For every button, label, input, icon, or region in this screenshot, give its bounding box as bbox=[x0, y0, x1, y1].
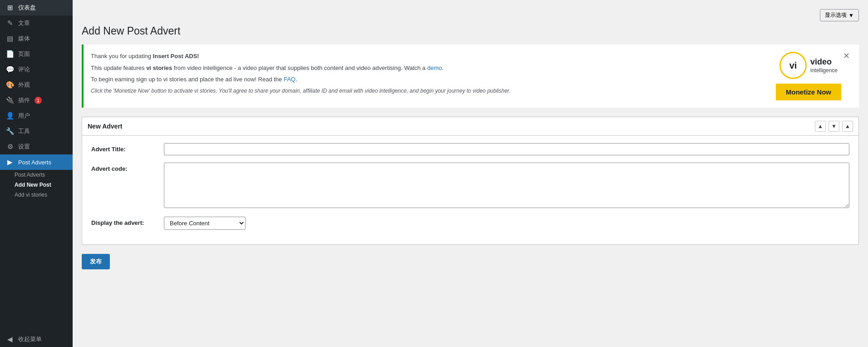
vi-logo-circle: vi bbox=[779, 52, 807, 79]
users-icon: 👤 bbox=[5, 112, 15, 120]
tools-icon: 🔧 bbox=[5, 127, 15, 135]
vi-logo: vi video intelligence bbox=[779, 52, 838, 79]
display-advert-select[interactable]: Before Content After Content Middle of C… bbox=[164, 217, 246, 230]
faq-link[interactable]: FAQ bbox=[284, 76, 296, 83]
page-title: Add New Post Advert bbox=[82, 25, 859, 37]
form-panel-body: Advert Title: Advert code: Display the a… bbox=[82, 136, 858, 244]
notice-close-button[interactable]: ✕ bbox=[841, 52, 852, 60]
display-advert-row: Display the advert: Before Content After… bbox=[91, 217, 849, 230]
notice-heading: Thank you for updating Insert Post ADS! bbox=[91, 52, 767, 61]
top-bar: 显示选项 ▼ bbox=[82, 9, 859, 21]
media-icon: ▤ bbox=[5, 35, 15, 43]
sidebar-item-media[interactable]: ▤ 媒体 bbox=[0, 31, 73, 46]
sidebar-item-tools[interactable]: 🔧 工具 bbox=[0, 124, 73, 139]
advert-code-field bbox=[164, 163, 849, 209]
sidebar-item-label: Post Adverts bbox=[18, 159, 51, 166]
collapse-label: 收起菜单 bbox=[18, 335, 42, 343]
sidebar-sub-add-vi-stories[interactable]: Add vi stories bbox=[0, 190, 73, 200]
vi-brand-text: video intelligence bbox=[810, 57, 838, 74]
sidebar: ⊞ 仪表盘 ✎ 文章 ▤ 媒体 📄 页面 💬 评论 🎨 外观 🔌 插件 1 👤 … bbox=[0, 0, 73, 347]
notice-italic-note: Click the 'Monetize Now' button to activ… bbox=[91, 87, 767, 95]
sidebar-item-posts[interactable]: ✎ 文章 bbox=[0, 15, 73, 31]
vi-brand-line2: intelligence bbox=[810, 67, 838, 74]
dashboard-icon: ⊞ bbox=[5, 4, 15, 12]
plugins-icon: 🔌 bbox=[5, 96, 15, 104]
advert-code-textarea[interactable] bbox=[164, 163, 849, 208]
form-panel-title: New Advert bbox=[88, 123, 123, 130]
advert-title-input[interactable] bbox=[164, 143, 849, 155]
sidebar-item-label: 工具 bbox=[18, 127, 30, 135]
sidebar-item-label: 用户 bbox=[18, 112, 30, 120]
post-adverts-icon: ▶ bbox=[5, 158, 15, 166]
notice-content: Thank you for updating Insert Post ADS! … bbox=[91, 52, 767, 98]
main-content: 显示选项 ▼ Add New Post Advert Thank you for… bbox=[73, 0, 868, 347]
settings-icon: ⚙ bbox=[5, 143, 15, 151]
advert-code-row: Advert code: bbox=[91, 163, 849, 209]
collapse-icon: ◀ bbox=[5, 335, 15, 343]
sidebar-item-pages[interactable]: 📄 页面 bbox=[0, 46, 73, 62]
sidebar-item-label: 外观 bbox=[18, 81, 30, 89]
sidebar-item-label: 页面 bbox=[18, 50, 30, 58]
display-options-label: 显示选项 bbox=[825, 11, 847, 19]
panel-up-button[interactable]: ▲ bbox=[815, 121, 826, 132]
sidebar-item-users[interactable]: 👤 用户 bbox=[0, 108, 73, 124]
sidebar-item-plugins[interactable]: 🔌 插件 1 bbox=[0, 93, 73, 108]
notice-banner: Thank you for updating Insert Post ADS! … bbox=[82, 45, 859, 108]
posts-icon: ✎ bbox=[5, 19, 15, 27]
panel-down-button[interactable]: ▼ bbox=[829, 121, 839, 132]
sidebar-item-label: 插件 bbox=[18, 96, 30, 104]
panel-collapse-button[interactable]: ▲ bbox=[842, 121, 853, 132]
notice-right: vi video intelligence Monetize Now bbox=[776, 52, 841, 100]
sidebar-item-label: 媒体 bbox=[18, 35, 30, 43]
plugin-name: Insert Post ADS! bbox=[153, 53, 199, 59]
form-panel-header: New Advert ▲ ▼ ▲ bbox=[82, 117, 858, 136]
chevron-down-icon: ▼ bbox=[848, 12, 854, 19]
appearance-icon: 🎨 bbox=[5, 81, 15, 89]
panel-controls: ▲ ▼ ▲ bbox=[815, 121, 853, 132]
sidebar-item-appearance[interactable]: 🎨 外观 bbox=[0, 77, 73, 93]
vi-stories-text: vi stories bbox=[146, 64, 172, 71]
display-advert-label: Display the advert: bbox=[91, 217, 164, 226]
sidebar-item-post-adverts[interactable]: ▶ Post Adverts bbox=[0, 154, 73, 170]
plugins-badge: 1 bbox=[35, 97, 42, 104]
advert-title-field bbox=[164, 143, 849, 155]
sidebar-item-collapse[interactable]: ◀ 收起菜单 bbox=[0, 332, 73, 347]
sidebar-sub-add-new-post[interactable]: Add New Post bbox=[0, 180, 73, 190]
form-panel: New Advert ▲ ▼ ▲ Advert Title: Advert co… bbox=[82, 117, 859, 245]
sidebar-item-dashboard[interactable]: ⊞ 仪表盘 bbox=[0, 0, 73, 15]
sidebar-item-comments[interactable]: 💬 评论 bbox=[0, 62, 73, 77]
notice-signup: To begin earning sign up to vi stories a… bbox=[91, 75, 767, 84]
advert-code-label: Advert code: bbox=[91, 163, 164, 172]
sidebar-item-label: 仪表盘 bbox=[18, 4, 36, 12]
demo-link[interactable]: demo bbox=[427, 64, 442, 71]
notice-description: This update features vi stories from vid… bbox=[91, 64, 767, 73]
advert-title-label: Advert Title: bbox=[91, 143, 164, 153]
display-options-button[interactable]: 显示选项 ▼ bbox=[820, 9, 859, 21]
display-advert-field: Before Content After Content Middle of C… bbox=[164, 217, 849, 230]
sidebar-sub-post-adverts-list[interactable]: Post Adverts bbox=[0, 170, 73, 180]
advert-title-row: Advert Title: bbox=[91, 143, 849, 155]
sidebar-item-label: 评论 bbox=[18, 65, 30, 74]
sidebar-item-label: 设置 bbox=[18, 143, 30, 151]
comments-icon: 💬 bbox=[5, 65, 15, 74]
pages-icon: 📄 bbox=[5, 50, 15, 58]
sidebar-item-label: 文章 bbox=[18, 19, 30, 27]
sidebar-item-settings[interactable]: ⚙ 设置 bbox=[0, 139, 73, 154]
monetize-now-button[interactable]: Monetize Now bbox=[776, 84, 841, 100]
publish-button[interactable]: 发布 bbox=[82, 254, 110, 269]
vi-brand-line1: video bbox=[810, 57, 838, 67]
